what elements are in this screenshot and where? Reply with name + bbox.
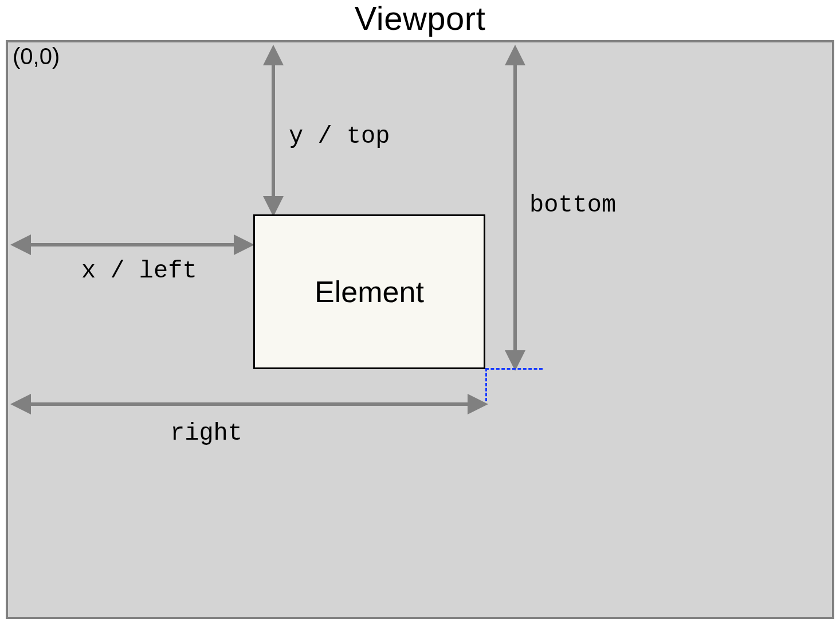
corner-guide-vertical [485, 368, 487, 401]
diagram-stage: Viewport (0,0) y / top x / left bottom [0, 0, 840, 630]
label-right: right [170, 420, 242, 447]
corner-guide-horizontal [485, 368, 543, 370]
label-y-top: y / top [289, 123, 390, 150]
viewport-title: Viewport [0, 0, 840, 37]
label-bottom: bottom [529, 191, 616, 219]
element-box: Element [253, 214, 485, 369]
viewport-box: (0,0) y / top x / left bottom right [6, 40, 834, 619]
label-x-left: x / left [81, 257, 197, 285]
element-label: Element [315, 275, 424, 309]
origin-label: (0,0) [13, 44, 60, 69]
